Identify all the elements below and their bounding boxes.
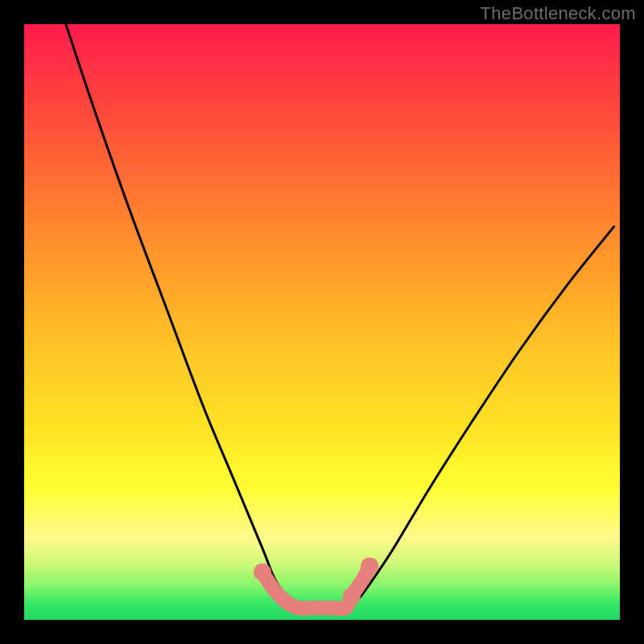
chart-svg <box>24 24 620 620</box>
marker-layer <box>254 557 378 609</box>
trough-marker-dot <box>254 564 271 581</box>
chart-frame: TheBottleneck.com <box>0 0 644 644</box>
curve-layer <box>66 24 614 608</box>
left-curve <box>66 24 299 608</box>
trough-marker-dot <box>361 557 378 575</box>
trough-marker-dot <box>343 587 361 605</box>
watermark-text: TheBottleneck.com <box>481 3 636 24</box>
right-curve <box>352 227 614 609</box>
chart-plot-area <box>24 24 620 620</box>
